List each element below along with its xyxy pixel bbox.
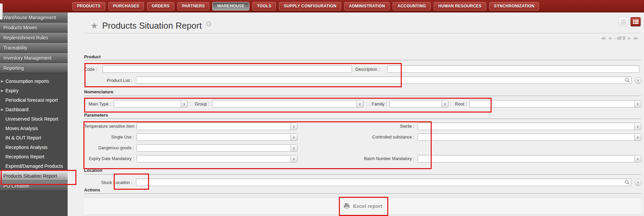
temperature-sensitive-label: Temperature sensitive item :	[84, 124, 134, 129]
star-icon[interactable]: ★	[91, 22, 98, 30]
controlled-substance-select[interactable]: ∨	[418, 133, 641, 141]
sidebar-item-receptions-analysis[interactable]: Receptions Analysis	[0, 143, 68, 152]
sidebar-item-label: Consumption reports	[5, 79, 49, 84]
product-list-combo	[136, 76, 632, 84]
pagination: ◀◀ ◀ - of 0 ▶ ▶▶	[601, 35, 639, 41]
sidebar-item-traceability[interactable]: Traceability	[0, 43, 68, 53]
first-page-icon[interactable]: ◀◀	[601, 36, 605, 40]
top-menu-bar: PRODUCTS PURCHASES ORDERS PARTNERS WAREH…	[0, 0, 644, 12]
nav-warehouse[interactable]: WAREHOUSE	[212, 2, 249, 10]
family-select[interactable]: ∨	[390, 100, 449, 107]
select-value	[114, 100, 181, 107]
dangerous-goods-select[interactable]: ∨	[137, 144, 297, 152]
nomenclature-row: Main Type : ∨ Group : ∨ Family : ∨ Root …	[84, 99, 641, 108]
sidebar-item-consumption-reports[interactable]: ▶ Consumption reports	[0, 76, 68, 86]
sidebar-item-products-moves[interactable]: Products Moves	[0, 23, 68, 33]
nav-tools[interactable]: TOOLS	[252, 2, 276, 10]
chevron-down-icon: ∨	[634, 123, 641, 130]
product-list-label: Product List :	[84, 78, 132, 83]
chevron-down-icon[interactable]: ▼	[635, 77, 641, 84]
sidebar-item-inventory-management[interactable]: Inventory Management	[0, 53, 68, 63]
sidebar-item-moves-analysis[interactable]: Moves Analysis	[0, 124, 68, 133]
section-heading-nomenclature: Nomenclature	[84, 89, 641, 96]
prev-page-icon[interactable]: ◀	[608, 36, 611, 40]
stock-location-input[interactable]	[136, 179, 632, 186]
excel-report-button[interactable]: Excel report	[343, 203, 382, 209]
expiry-date-mandatory-select[interactable]: ∨	[137, 155, 297, 162]
sidebar-item-label: Unreserved Stock Report	[5, 116, 58, 122]
sidebar-item-expired-damaged-products[interactable]: Expired/Damaged Products	[0, 161, 68, 171]
help-icon[interactable]: ?	[206, 21, 211, 27]
batch-number-mandatory-select[interactable]: ∨	[418, 155, 641, 162]
sidebar-item-periodical-forecast-report[interactable]: Periodical forecast report	[0, 95, 68, 105]
sidebar-item-warehouse-management[interactable]: Warehouse Management	[0, 12, 68, 23]
sidebar-item-reporting[interactable]: Reporting	[0, 63, 68, 73]
chevron-down-icon: ∨	[356, 100, 363, 107]
product-row-2: Product List : ▼	[84, 76, 641, 85]
nav-orders[interactable]: ORDERS	[147, 2, 174, 10]
sidebar-menu: Warehouse Management Products Moves Repl…	[0, 12, 68, 216]
chevron-down-icon: ∨	[290, 145, 297, 151]
sterile-select[interactable]: ∨	[418, 123, 641, 130]
select-value	[212, 100, 356, 107]
chevron-down-icon: ∨	[634, 155, 641, 162]
code-label: Code :	[84, 67, 103, 72]
actions-toolbar: Excel report	[84, 197, 641, 215]
sidebar-item-in-out-report[interactable]: IN & OUT Report	[0, 133, 68, 143]
search-icon[interactable]	[624, 180, 630, 185]
nav-products[interactable]: PRODUCTS	[72, 2, 105, 10]
search-icon[interactable]	[624, 78, 630, 83]
single-use-select[interactable]: ∨	[137, 133, 297, 141]
code-input[interactable]	[103, 65, 352, 73]
description-input[interactable]	[387, 65, 639, 73]
section-heading-parameters: Parameters	[84, 113, 641, 119]
temperature-sensitive-select[interactable]: ∨	[137, 123, 297, 130]
sidebar-scroll-handle[interactable]	[0, 3, 3, 20]
sidebar-item-label: IN & OUT Report	[5, 135, 41, 141]
sidebar-item-dashboard[interactable]: ▶ Dashboard	[0, 105, 68, 114]
controlled-substance-label: Controlled substance :	[347, 135, 414, 140]
form-view-button[interactable]	[631, 17, 641, 26]
nav-accounting[interactable]: ACCOUNTING	[393, 2, 430, 10]
nav-administration[interactable]: ADMINISTRATION	[344, 2, 390, 10]
expand-arrow-icon: ▶	[1, 76, 3, 86]
sidebar-item-products-situation-report[interactable]: Products Situation Report	[0, 171, 68, 181]
group-select[interactable]: ∨	[212, 100, 363, 107]
app-window: PRODUCTS PURCHASES ORDERS PARTNERS WAREH…	[0, 0, 644, 216]
next-page-icon[interactable]: ▶	[628, 36, 631, 40]
sidebar-item-unreserved-stock-report[interactable]: Unreserved Stock Report	[0, 114, 68, 124]
last-page-icon[interactable]: ▶▶	[634, 36, 639, 40]
sterile-label: Sterile :	[347, 124, 414, 129]
nav-synchronization[interactable]: SYNCHRONIZATION	[489, 2, 539, 10]
sidebar-item-expiry[interactable]: ▶ Expiry	[0, 86, 68, 95]
expiry-date-mandatory-label: Expiry Date Mandatory :	[84, 156, 134, 161]
select-value	[418, 155, 634, 162]
parameters-row-3: Dangerous goods : ∨	[84, 144, 641, 152]
sidebar-item-label: Periodical forecast report	[5, 97, 58, 103]
sidebar-item-po-creation[interactable]: PO Creation	[0, 181, 68, 191]
list-view-button[interactable]	[618, 17, 629, 26]
dangerous-goods-label: Dangerous goods :	[84, 146, 134, 150]
section-heading-actions: Actions	[84, 187, 641, 194]
main-type-select[interactable]: ∨	[114, 100, 188, 107]
chevron-down-icon: ∨	[290, 123, 297, 130]
description-label: Description :	[355, 67, 387, 72]
root-select[interactable]: ∨	[469, 100, 641, 107]
sidebar-item-label: Dashboard	[5, 107, 29, 112]
nav-purchases[interactable]: PURCHASES	[108, 2, 144, 10]
nav-supply-configuration[interactable]: SUPPLY CONFIGURATION	[279, 2, 341, 10]
page-title: Products Situation Report	[102, 21, 202, 31]
family-label: Family :	[368, 101, 387, 106]
chevron-down-icon: ∨	[441, 100, 448, 107]
product-list-input[interactable]	[136, 76, 632, 84]
stock-location-label: Stock Location :	[84, 180, 132, 185]
sidebar-item-receptions-report[interactable]: Receptions Report	[0, 152, 68, 161]
nav-human-resources[interactable]: HUMAN RESOURCES	[434, 2, 487, 10]
pagination-label: - of 0	[614, 35, 625, 41]
single-use-label: Single Use :	[84, 135, 134, 140]
chevron-down-icon[interactable]: ▼	[635, 179, 641, 186]
nav-partners[interactable]: PARTNERS	[177, 2, 210, 10]
chevron-down-icon: ∨	[290, 134, 297, 141]
excel-report-icon	[343, 203, 350, 209]
sidebar-item-replenishment-rules[interactable]: Replenishment Rules	[0, 33, 68, 43]
